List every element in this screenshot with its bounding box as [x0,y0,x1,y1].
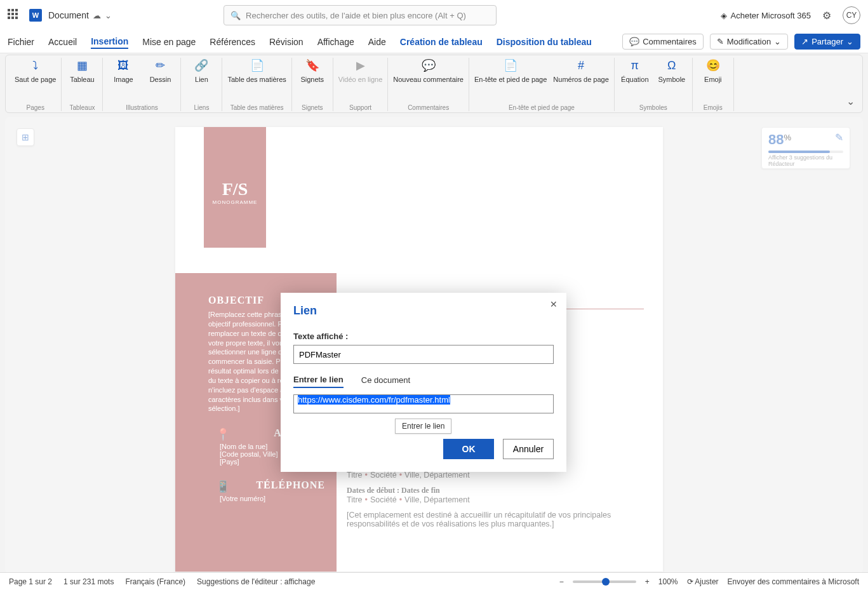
ribbon-button[interactable]: 🔖Signets [297,58,328,84]
url-selected-text: https://www.cisdem.com/fr/pdfmaster.html [298,395,450,405]
zoom-out-button[interactable]: − [559,577,564,586]
search-input[interactable]: 🔍 Rechercher des outils, de l'aide et bi… [224,5,497,25]
tab-fichier[interactable]: Fichier [8,36,34,48]
tab-this-document[interactable]: Ce document [361,375,410,388]
ribbon-button-label: Dessin [150,76,171,84]
ribbon-expand-icon[interactable]: ⌄ [843,91,858,111]
buy-m365-button[interactable]: ◈ Acheter Microsoft 365 [721,11,811,20]
tab-revision[interactable]: Révision [269,36,304,48]
ribbon-group: 📄En-tête et pied de page#Numéros de page… [469,58,615,111]
tab-creation-tableau[interactable]: Création de tableau [400,36,483,48]
ribbon-group-label: En-tête et pied de page [509,103,575,111]
comments-button[interactable]: 💬Commentaires [622,34,704,50]
ribbon-group: ▶Vidéo en ligneSupport [333,58,389,111]
ribbon-group-label: Commentaires [408,103,449,111]
ribbon-button-label: Équation [621,76,648,84]
ribbon-button-label: Tableau [70,76,95,84]
chevron-down-icon: ⌄ [846,37,853,46]
ribbon-button[interactable]: ⤵Saut de page [15,58,56,84]
tab-aide[interactable]: Aide [368,36,386,48]
ribbon-button-label: Numéros de page [553,76,608,84]
ribbon: ⤵Saut de pagePages▦TableauTableaux🖼Image… [5,55,863,113]
status-bar: Page 1 sur 2 1 sur 231 mots Français (Fr… [0,572,868,590]
tab-enter-link[interactable]: Entrer le lien [293,375,344,388]
pencil-icon: ✎ [717,37,724,46]
comment-icon: 💬 [629,37,639,46]
ribbon-button-label: Image [114,76,133,84]
zoom-slider[interactable] [573,580,636,583]
ribbon-button[interactable]: πÉquation [620,58,650,84]
ribbon-group: 📄Table des matièresTable des matières [222,58,291,111]
ribbon-button[interactable]: ▶Vidéo en ligne [338,58,383,84]
ribbon-button-label: Emoji [704,76,722,84]
chevron-down-icon: ⌄ [774,37,781,46]
ribbon-button-label: Vidéo en ligne [338,76,383,84]
ribbon-group-label: Pages [27,103,44,111]
ribbon-icon: 🔖 [304,58,321,74]
url-input[interactable]: https://www.cisdem.com/fr/pdfmaster.html [293,394,554,413]
share-button[interactable]: ↗Partager⌄ [794,34,860,50]
ribbon-button[interactable]: 📄Table des matières [227,58,286,84]
ribbon-button[interactable]: ▦Tableau [67,58,97,84]
url-tooltip: Entrer le lien [395,419,451,434]
diamond-icon: ◈ [721,11,727,20]
feedback-link[interactable]: Envoyer des commentaires à Microsoft [728,577,859,586]
settings-gear-icon[interactable]: ⚙ [822,10,831,22]
ribbon-button[interactable]: #Numéros de page [553,58,608,84]
editing-mode-button[interactable]: ✎Modification⌄ [710,34,788,50]
ok-button[interactable]: OK [443,439,494,459]
dialog-title: Lien [293,304,554,318]
ribbon-group-label: Liens [194,103,210,111]
ribbon-button[interactable]: 📄En-tête et pied de page [474,58,547,84]
titlebar: W Document ☁ ⌄ 🔍 Rechercher des outils, … [0,0,868,30]
status-page[interactable]: Page 1 sur 2 [9,577,52,586]
status-words[interactable]: 1 sur 231 mots [63,577,114,586]
title-dropdown-icon[interactable]: ⌄ [105,11,112,20]
search-placeholder: Rechercher des outils, de l'aide et bien… [246,11,466,20]
ribbon-icon: 💬 [420,58,437,74]
ribbon-group: 😊EmojiEmojis [693,58,734,111]
tab-references[interactable]: Références [210,36,255,48]
tab-accueil[interactable]: Accueil [48,36,77,48]
zoom-value[interactable]: 100% [658,577,678,586]
tab-miseenpage[interactable]: Mise en page [142,36,196,48]
close-icon[interactable]: ✕ [550,299,558,309]
ribbon-group: 🔖SignetsSignets [292,58,333,111]
ribbon-button[interactable]: 😊Emoji [698,58,728,84]
document-canvas: ⊞ F/S MONOGRAMME OBJECTIF [Remplacez cet… [5,117,863,574]
ribbon-group-label: Support [349,103,371,111]
ribbon-group: 💬Nouveau commentaireCommentaires [388,58,469,111]
ribbon-icon: 😊 [705,58,721,74]
search-icon: 🔍 [230,11,241,20]
account-avatar[interactable]: CY [843,6,860,24]
ribbon-button[interactable]: 💬Nouveau commentaire [393,58,464,84]
link-dialog: ✕ Lien Texte affiché : Entrer le lien Ce… [281,293,566,472]
display-text-input[interactable] [293,345,554,364]
ribbon-button[interactable]: ΩSymbole [657,58,687,84]
ribbon-group-label: Table des matières [230,103,284,111]
ribbon-group-label: Signets [302,103,323,111]
tab-insertion[interactable]: Insertion [91,35,128,49]
ribbon-group: 🔗LienLiens [181,58,222,111]
ribbon-group-label: Symboles [639,103,667,111]
tab-disposition-tableau[interactable]: Disposition du tableau [497,36,592,48]
zoom-in-button[interactable]: + [645,577,650,586]
ribbon-button[interactable]: 🖼Image [108,58,138,84]
status-suggestions[interactable]: Suggestions de l'éditeur : affichage [197,577,315,586]
ribbon-button[interactable]: ✏Dessin [145,58,175,84]
status-lang[interactable]: Français (France) [125,577,185,586]
ribbon-button-label: Signets [300,76,324,84]
save-status-icon[interactable]: ☁ [93,11,101,20]
fit-button[interactable]: ⟳ Ajuster [687,577,719,586]
ribbon-group: 🖼Image✏DessinIllustrations [103,58,181,111]
document-title[interactable]: Document [48,10,89,20]
cancel-button[interactable]: Annuler [503,439,554,459]
app-launcher-icon[interactable] [8,9,20,22]
ribbon-group: ⤵Saut de pagePages [10,58,62,111]
tab-affichage[interactable]: Affichage [317,36,354,48]
ribbon-icon: ⤵ [27,58,44,74]
ribbon-button[interactable]: 🔗Lien [186,58,217,84]
ribbon-button-label: Symbole [658,76,685,84]
ribbon-icon: π [627,58,643,74]
word-app-icon[interactable]: W [29,9,42,22]
